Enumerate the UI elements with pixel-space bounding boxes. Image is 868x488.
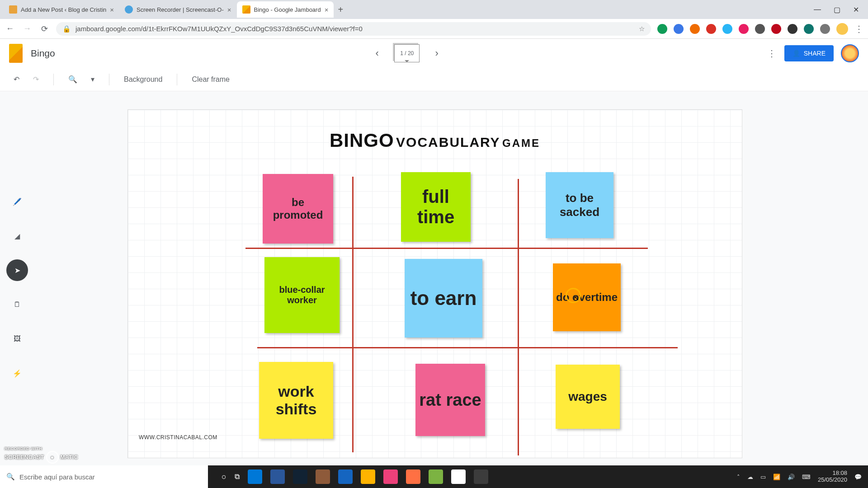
clear-frame-button[interactable]: Clear frame xyxy=(190,73,231,86)
tool-panel: 🖊️ ◢ ➤ 🗒 🖼 ⚡ xyxy=(6,191,28,384)
sticky-note-tool-icon[interactable]: 🗒 xyxy=(6,294,28,315)
zoom-icon[interactable]: 🔍 xyxy=(66,72,79,86)
ext-2-icon[interactable] xyxy=(674,24,684,34)
account-avatar[interactable] xyxy=(841,44,859,62)
main-area: 🖊️ ◢ ➤ 🗒 🖼 ⚡ BINGO VOCABULARY GAME be pr… xyxy=(0,91,868,465)
title-word-3: GAME xyxy=(502,137,540,149)
close-window-button[interactable]: ✕ xyxy=(853,5,859,14)
sticky-be-promoted[interactable]: be promoted xyxy=(263,174,333,244)
tab-3-close-icon[interactable]: × xyxy=(325,6,329,14)
taskbar-search[interactable]: 🔍 Escribe aquí para buscar xyxy=(0,465,208,488)
ext-10-icon[interactable] xyxy=(804,24,814,34)
title-word-2: VOCABULARY xyxy=(396,135,500,150)
redo-icon[interactable]: ↷ xyxy=(31,72,41,86)
ext-5-icon[interactable] xyxy=(722,24,732,34)
jam-canvas[interactable]: BINGO VOCABULARY GAME be promoted full t… xyxy=(127,109,742,458)
pinterest-icon[interactable] xyxy=(771,24,781,34)
notifications-icon[interactable]: 💬 xyxy=(854,474,862,480)
jamboard-logo-icon[interactable] xyxy=(9,44,23,63)
volume-icon[interactable]: 🔊 xyxy=(788,474,795,480)
chrome-icon[interactable] xyxy=(451,469,466,484)
wifi-icon[interactable]: 📶 xyxy=(773,474,780,480)
next-frame-button[interactable]: › xyxy=(429,45,445,61)
image-tool-icon[interactable]: 🖼 xyxy=(6,328,28,350)
canvas-credit: WWW.CRISTINACABAL.COM xyxy=(139,434,217,441)
title-word-1: BINGO xyxy=(330,130,394,151)
pen-tool-icon[interactable]: 🖊️ xyxy=(6,191,28,212)
laser-tool-icon[interactable]: ⚡ xyxy=(6,362,28,384)
background-button[interactable]: Background xyxy=(122,73,164,86)
explorer-icon[interactable] xyxy=(361,469,375,484)
word-icon[interactable] xyxy=(270,469,285,484)
tab-3[interactable]: Bingo - Google Jamboard × xyxy=(237,1,334,18)
language-icon[interactable]: ⌨ xyxy=(802,474,811,480)
app-2-icon[interactable] xyxy=(316,469,330,484)
zoom-dropdown-icon[interactable]: ▾ xyxy=(89,72,96,86)
ink-v1 xyxy=(352,177,354,452)
tab-1[interactable]: Add a New Post ‹ Blog de Cristin × xyxy=(4,1,119,18)
ext-6-icon[interactable] xyxy=(739,24,749,34)
app-1-icon[interactable] xyxy=(293,469,307,484)
star-icon[interactable]: ☆ xyxy=(639,25,645,33)
document-title[interactable]: Bingo xyxy=(31,48,55,59)
forward-icon[interactable]: → xyxy=(22,24,33,33)
share-button[interactable]: 👤 SHARE xyxy=(784,45,834,61)
app-3-icon[interactable] xyxy=(338,469,353,484)
sticky-work-shifts[interactable]: work shifts xyxy=(259,362,333,439)
battery-icon[interactable]: ▭ xyxy=(760,474,766,480)
favicon-2 xyxy=(125,5,133,14)
new-tab-button[interactable]: + xyxy=(334,3,347,16)
camtasia-icon[interactable] xyxy=(429,469,443,484)
ext-3-icon[interactable] xyxy=(690,24,700,34)
tab-2-close-icon[interactable]: × xyxy=(227,6,231,14)
sticky-full-time[interactable]: full time xyxy=(401,172,471,242)
sticky-do-overtime[interactable]: do overtime xyxy=(553,263,621,331)
edge-icon[interactable] xyxy=(248,469,262,484)
search-placeholder: Escribe aquí para buscar xyxy=(19,473,95,481)
firefox-icon[interactable] xyxy=(406,469,420,484)
tab-1-close-icon[interactable]: × xyxy=(110,6,114,14)
chrome-menu-icon[interactable]: ⋮ xyxy=(854,23,863,34)
sticky-to-earn[interactable]: to earn xyxy=(405,259,482,338)
url-text: jamboard.google.com/d/1t-EkrrFKOw7M1UUkQ… xyxy=(75,25,363,33)
prev-frame-button[interactable]: ‹ xyxy=(369,45,385,61)
eraser-tool-icon[interactable]: ◢ xyxy=(6,225,28,247)
sticky-blue-collar[interactable]: blue-collar worker xyxy=(264,257,340,333)
back-icon[interactable]: ← xyxy=(5,24,15,33)
sticky-rat-race[interactable]: rat race xyxy=(415,364,485,436)
task-view-icon[interactable]: ⧉ xyxy=(235,473,240,481)
reload-icon[interactable]: ⟳ xyxy=(39,24,50,34)
minimize-button[interactable]: — xyxy=(814,5,821,14)
onedrive-icon[interactable]: ☁ xyxy=(747,474,753,480)
frame-counter[interactable]: 1 / 20 xyxy=(394,44,420,62)
sticky-wages[interactable]: wages xyxy=(556,365,620,429)
sticky-to-be-sacked[interactable]: to be sacked xyxy=(546,172,613,238)
ext-9-icon[interactable] xyxy=(788,24,797,34)
separator xyxy=(53,74,54,85)
favicon-1 xyxy=(9,5,17,14)
gmail-icon[interactable] xyxy=(706,24,716,34)
maximize-button[interactable]: ▢ xyxy=(834,5,840,14)
frame-nav: ‹ 1 / 20 › xyxy=(55,44,759,62)
address-bar: ← → ⟳ 🔒 jamboard.google.com/d/1t-EkrrFKO… xyxy=(0,19,868,39)
lock-icon: 🔒 xyxy=(62,25,71,33)
url-field[interactable]: 🔒 jamboard.google.com/d/1t-EkrrFKOw7M1UU… xyxy=(56,22,651,36)
recorder-icon[interactable] xyxy=(474,469,488,484)
separator-2 xyxy=(109,74,109,85)
app-4-icon[interactable] xyxy=(383,469,398,484)
taskbar-apps: ○ ⧉ xyxy=(222,469,488,484)
taskbar-clock[interactable]: 18:08 25/05/2020 xyxy=(818,470,847,483)
profile-avatar[interactable] xyxy=(836,23,848,35)
share-icon: 👤 xyxy=(793,50,800,57)
ext-11-icon[interactable] xyxy=(820,24,830,34)
select-tool-icon[interactable]: ➤ xyxy=(6,259,28,281)
extension-row: ⋮ xyxy=(657,23,863,35)
cortana-icon[interactable]: ○ xyxy=(222,472,226,482)
more-menu-icon[interactable]: ⋮ xyxy=(759,48,784,59)
tab-strip: Add a New Post ‹ Blog de Cristin × Scree… xyxy=(0,0,868,19)
ext-1-icon[interactable] xyxy=(657,24,667,34)
tab-2[interactable]: Screen Recorder | Screencast-O- × xyxy=(119,1,236,18)
ext-7-icon[interactable] xyxy=(755,24,765,34)
undo-icon[interactable]: ↶ xyxy=(12,72,21,86)
tray-chevron-icon[interactable]: ˄ xyxy=(737,474,740,480)
